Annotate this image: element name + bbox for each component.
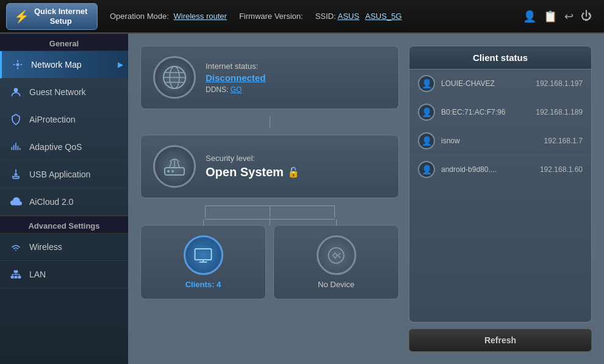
svg-point-20 <box>328 248 343 263</box>
sidebar-label-guest-network: Guest Network <box>29 87 86 97</box>
svg-rect-4 <box>18 276 21 279</box>
sidebar-item-usb-application[interactable]: USB Application <box>0 161 128 188</box>
security-level-label: Security level: <box>206 154 386 163</box>
no-device-card[interactable]: No Device <box>273 225 399 299</box>
power-icon[interactable]: ⏻ <box>581 10 592 23</box>
clients-label: Clients: 4 <box>185 280 221 289</box>
sidebar-item-network-map[interactable]: Network Map <box>0 51 128 79</box>
sidebar-label-lan: LAN <box>29 269 46 279</box>
aicloud-icon <box>9 194 23 209</box>
sidebar-label-wireless: Wireless <box>29 242 62 252</box>
lock-icon: 🔓 <box>287 166 300 178</box>
internet-status-value[interactable]: Disconnected <box>206 73 386 83</box>
svg-line-14 <box>178 162 179 168</box>
copy-icon[interactable]: 📋 <box>544 10 557 23</box>
operation-mode-link[interactable]: Wireless router <box>173 12 226 21</box>
ddns-go-link[interactable]: GO <box>231 85 242 94</box>
general-section-label: General <box>0 34 128 51</box>
quick-setup-icon: ⚡ <box>14 9 29 24</box>
share-icon[interactable]: ↩ <box>564 10 573 23</box>
firmware-label: Firmware Version: <box>239 12 303 21</box>
sidebar-item-aicloud[interactable]: AiCloud 2.0 <box>0 188 128 216</box>
client-avatar-0: 👤 <box>418 75 435 92</box>
bottom-cards: Clients: 4 No Device <box>140 225 399 299</box>
security-card-text: Security level: Open System 🔓 <box>206 154 386 179</box>
client-avatar-2: 👤 <box>418 132 435 149</box>
security-card: Security level: Open System 🔓 <box>140 135 399 198</box>
clients-icon <box>184 235 223 275</box>
client-name-1: B0:EC:71:AC:F7:96 <box>441 108 530 116</box>
svg-point-0 <box>16 63 20 66</box>
sidebar-item-guest-network[interactable]: Guest Network <box>0 79 128 106</box>
client-ip-3: 192.168.1.60 <box>540 165 583 174</box>
client-name-3: android-b9d80.... <box>441 165 534 174</box>
svg-rect-5 <box>14 270 18 273</box>
guest-network-icon <box>9 85 23 99</box>
usb-application-icon <box>9 167 23 182</box>
monitor-icon <box>192 244 214 266</box>
sidebar-label-network-map: Network Map <box>31 60 81 70</box>
advanced-section-label: Advanced Settings <box>0 216 128 234</box>
topbar-icons: 👤 📋 ↩ ⏻ <box>523 10 598 23</box>
client-ip-1: 192.168.1.189 <box>536 108 583 116</box>
topbar-info: Operation Mode: Wireless router Firmware… <box>98 12 523 21</box>
network-map-icon <box>10 57 25 72</box>
svg-point-13 <box>171 170 174 173</box>
svg-line-16 <box>170 162 171 168</box>
ai-protection-icon <box>9 112 23 127</box>
globe-icon-wrap <box>153 56 196 99</box>
svg-rect-17 <box>195 249 212 260</box>
router-icon <box>162 154 187 179</box>
ssid5g-link[interactable]: ASUS_5G <box>365 12 402 21</box>
quick-setup-label: Quick InternetSetup <box>34 7 87 26</box>
router-icon-wrap <box>153 145 196 188</box>
no-device-label: No Device <box>318 280 354 289</box>
client-avatar-3: 👤 <box>418 161 435 178</box>
lan-icon <box>9 267 23 282</box>
client-ip-0: 192.168.1.197 <box>536 79 583 88</box>
sidebar-label-ai-protection: AiProtection <box>29 115 75 124</box>
globe-icon <box>162 65 187 90</box>
usb-device-icon <box>317 235 356 275</box>
client-status-panel: Client status 👤 LOUIE-CHAVEZ 192.168.1.1… <box>409 46 592 352</box>
client-status-box: Client status 👤 LOUIE-CHAVEZ 192.168.1.1… <box>409 46 592 323</box>
wireless-icon <box>9 240 23 254</box>
sidebar-item-adaptive-qos[interactable]: Adaptive QoS <box>0 134 128 161</box>
refresh-button[interactable]: Refresh <box>409 329 592 352</box>
svg-rect-3 <box>15 276 18 279</box>
client-row: 👤 isnow 192.168.1.7 <box>409 127 591 155</box>
user-icon[interactable]: 👤 <box>523 10 536 23</box>
adaptive-qos-icon <box>9 140 23 154</box>
client-row: 👤 android-b9d80.... 192.168.1.60 <box>409 155 591 184</box>
clients-count: 4 <box>217 280 221 289</box>
sidebar-label-adaptive-qos: Adaptive QoS <box>29 142 82 152</box>
internet-card-text: Internet status: Disconnected DDNS: GO <box>206 62 386 94</box>
internet-status-card: Internet status: Disconnected DDNS: GO <box>140 46 399 109</box>
ssid-link[interactable]: ASUS <box>338 12 359 21</box>
network-map-panel: Internet status: Disconnected DDNS: GO <box>140 46 399 352</box>
internet-status-label: Internet status: <box>206 62 386 71</box>
security-value: Open System 🔓 <box>206 165 386 179</box>
quick-setup-button[interactable]: ⚡ Quick InternetSetup <box>6 3 98 30</box>
ssid-label: SSID: ASUS ASUS_5G <box>315 12 402 21</box>
sidebar-item-lan[interactable]: LAN <box>0 261 128 288</box>
sidebar-item-wireless[interactable]: Wireless <box>0 234 128 261</box>
sidebar-item-ai-protection[interactable]: AiProtection <box>0 106 128 134</box>
clients-card[interactable]: Clients: 4 <box>140 225 266 299</box>
client-row: 👤 LOUIE-CHAVEZ 192.168.1.197 <box>409 70 591 98</box>
tree-connector-2 <box>140 205 399 218</box>
client-name-0: LOUIE-CHAVEZ <box>441 79 530 88</box>
main-layout: General Network Map Guest Network AiProt… <box>0 34 604 364</box>
client-name-2: isnow <box>441 137 538 145</box>
sidebar-label-usb-application: USB Application <box>29 170 90 179</box>
svg-rect-2 <box>11 276 14 279</box>
tree-connector-1 <box>140 116 399 127</box>
client-avatar-1: 👤 <box>418 104 435 121</box>
sidebar: General Network Map Guest Network AiProt… <box>0 34 128 364</box>
topbar: ⚡ Quick InternetSetup Operation Mode: Wi… <box>0 0 604 34</box>
ddns-label: DDNS: GO <box>206 85 386 94</box>
client-row: 👤 B0:EC:71:AC:F7:96 192.168.1.189 <box>409 98 591 127</box>
operation-mode-label: Operation Mode: Wireless router <box>110 12 227 21</box>
svg-point-12 <box>167 170 170 173</box>
sidebar-label-aicloud: AiCloud 2.0 <box>29 197 73 207</box>
